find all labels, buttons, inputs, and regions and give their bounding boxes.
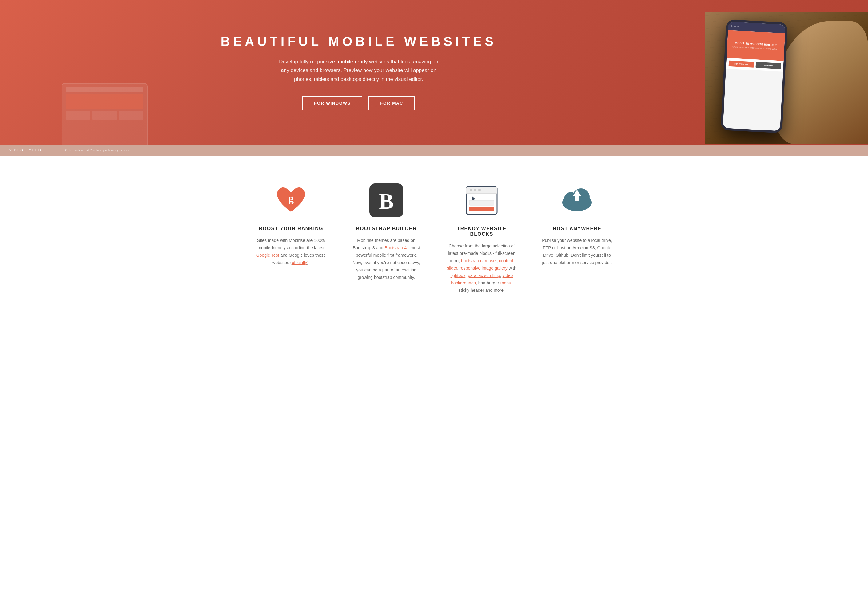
hero-description: Develop fully responsive, mobile-ready w… xyxy=(279,57,439,84)
svg-point-8 xyxy=(474,189,476,191)
trendy-desc-text4: with xyxy=(507,266,516,270)
bootstrap4-link[interactable]: Bootstrap 4 xyxy=(384,245,407,250)
for-windows-button[interactable]: FOR WINDOWS xyxy=(302,96,362,110)
svg-rect-11 xyxy=(470,200,494,205)
phone-cta-btn-1: FOR WINDOWS xyxy=(728,61,754,68)
nav-dot-2 xyxy=(734,25,736,27)
phone-screen: MOBIRISE WEBSITE BUILDER Create awesome … xyxy=(723,22,786,131)
svg-rect-12 xyxy=(470,207,494,211)
host-anywhere-desc: Publish your website to a local drive, F… xyxy=(542,237,612,267)
bootstrap-carousel-link[interactable]: bootstrap carousel xyxy=(461,258,497,263)
boost-ranking-desc: Sites made with Mobirise are 100% mobile… xyxy=(256,237,326,267)
svg-point-7 xyxy=(470,189,472,191)
features-section: g BOOST YOUR RANKING Sites made with Mob… xyxy=(0,156,868,322)
feature-card-host-anywhere: HOST ANYWHERE Publish your website to a … xyxy=(535,177,618,300)
officially-link[interactable]: officially xyxy=(291,260,307,265)
responsive-gallery-link[interactable]: responsive image gallery xyxy=(460,266,507,270)
bootstrap-icon: B xyxy=(369,183,403,217)
mobile-ready-link[interactable]: mobile-ready websites xyxy=(338,59,389,65)
video-embed-label: VIDEO EMBED xyxy=(9,148,42,152)
browser-blocks-svg xyxy=(465,183,499,217)
feature-card-trendy-blocks: TRENDY WEBSITE BLOCKS Choose from the la… xyxy=(440,177,523,300)
bootstrap-svg: B xyxy=(369,183,403,217)
bootstrap-builder-title: BOOTSTRAP BUILDER xyxy=(351,226,422,232)
video-embed-description: Online video and YouTube particularly is… xyxy=(65,149,131,152)
lightbox-link[interactable]: lightbox xyxy=(451,273,466,278)
parallax-scrolling-link[interactable]: parallax scrolling xyxy=(468,273,500,278)
boost-ranking-title: BOOST YOUR RANKING xyxy=(256,226,326,232)
bootstrap-builder-desc: Mobirise themes are based on Bootstrap 3… xyxy=(351,237,422,281)
video-embed-line xyxy=(48,150,59,151)
host-anywhere-title: HOST ANYWHERE xyxy=(542,226,612,232)
svg-text:g: g xyxy=(288,192,294,204)
cloud-upload-icon xyxy=(560,183,594,217)
hero-content: BEAUTIFUL MOBILE WEBSITES Develop fully … xyxy=(0,0,868,145)
svg-point-9 xyxy=(478,189,481,191)
trendy-desc-text7: , hamburger xyxy=(476,280,501,285)
trendy-desc-text5: , xyxy=(465,273,468,278)
hero-main-area: BEAUTIFUL MOBILE WEBSITES Develop fully … xyxy=(0,0,868,145)
nav-dot-1 xyxy=(730,25,732,27)
phone-cta-btn-2: FOR MAC xyxy=(755,62,781,69)
svg-point-15 xyxy=(572,188,590,205)
feature-card-boost-ranking: g BOOST YOUR RANKING Sites made with Mob… xyxy=(250,177,333,300)
hero-image-area: MOBIRISE WEBSITE BUILDER Create awesome … xyxy=(705,1,868,144)
trendy-desc-text6: , xyxy=(500,273,502,278)
hero-phone-image: MOBIRISE WEBSITE BUILDER Create awesome … xyxy=(705,12,868,144)
heart-google-icon: g xyxy=(274,183,308,217)
hero-section: BEAUTIFUL MOBILE WEBSITES Develop fully … xyxy=(0,0,868,156)
heart-svg: g xyxy=(274,183,308,217)
phone-hero-section: MOBIRISE WEBSITE BUILDER Create awesome … xyxy=(727,30,785,61)
features-grid: g BOOST YOUR RANKING Sites made with Mob… xyxy=(250,177,618,300)
trendy-blocks-title: TRENDY WEBSITE BLOCKS xyxy=(446,226,517,237)
google-test-link[interactable]: Google Test xyxy=(256,253,279,258)
svg-text:B: B xyxy=(379,189,394,214)
hero-cta-buttons: FOR WINDOWS FOR MAC xyxy=(37,96,680,110)
menu-link[interactable]: menu xyxy=(501,280,511,285)
nav-dot-3 xyxy=(737,26,739,27)
browser-blocks-icon xyxy=(465,183,499,217)
hero-title: BEAUTIFUL MOBILE WEBSITES xyxy=(37,34,680,49)
trendy-blocks-desc: Choose from the large selection of lates… xyxy=(446,242,517,294)
hero-text-area: BEAUTIFUL MOBILE WEBSITES Develop fully … xyxy=(0,16,705,129)
boost-desc-text1: Sites made with Mobirise are 100% mobile… xyxy=(257,238,325,250)
for-mac-button[interactable]: FOR MAC xyxy=(369,96,415,110)
feature-card-bootstrap: B BOOTSTRAP BUILDER Mobirise themes are … xyxy=(345,177,428,300)
hero-desc-text1: Develop fully responsive, xyxy=(279,59,336,65)
video-embed-bar: VIDEO EMBED Online video and YouTube par… xyxy=(0,145,868,156)
phone-mockup: MOBIRISE WEBSITE BUILDER Create awesome … xyxy=(721,19,788,133)
phone-body-content xyxy=(723,68,783,131)
svg-rect-5 xyxy=(466,191,497,193)
trendy-desc-text3: , xyxy=(457,266,460,270)
bootstrap-desc-text2: - most powerful mobile first framework. … xyxy=(352,245,420,280)
boost-desc-text3: )! xyxy=(307,260,310,265)
cloud-upload-svg xyxy=(560,183,594,217)
